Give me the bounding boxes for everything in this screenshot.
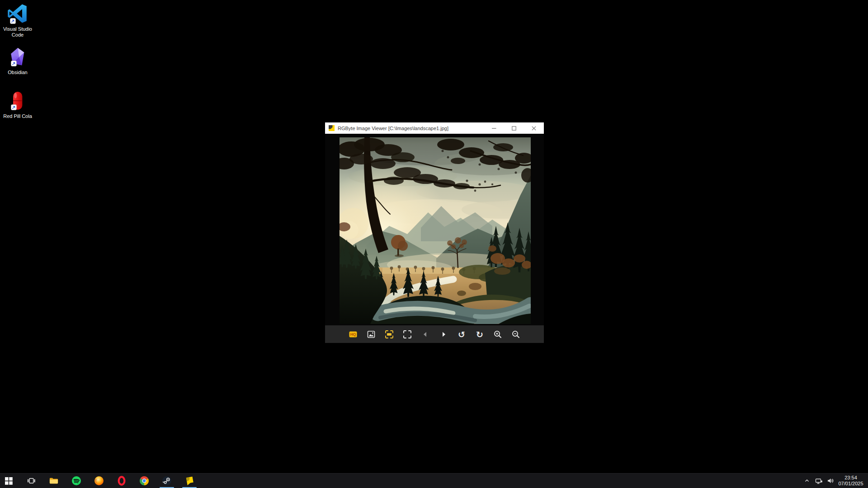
image-viewer-window: RGByte Image Viewer [C:\Images\landscape…: [325, 122, 544, 343]
minimize-button[interactable]: [484, 122, 504, 134]
desktop-icon-redpill[interactable]: Red Pill Cola: [0, 90, 35, 119]
zoom-in-button[interactable]: [492, 329, 503, 340]
desktop[interactable]: Visual Studio Code Obsidian: [0, 0, 868, 488]
rotate-ccw-icon: ↺: [458, 329, 465, 340]
task-view-icon: [27, 476, 36, 485]
taskbar-icon-firefox[interactable]: [90, 474, 108, 488]
system-tray: 23:54 07/01/2025: [801, 474, 868, 488]
maximize-button[interactable]: [504, 122, 524, 134]
file-explorer-icon: [49, 476, 59, 486]
viewer-toolbar: HQ: [325, 325, 544, 343]
taskbar: 23:54 07/01/2025: [0, 473, 868, 488]
start-button[interactable]: [0, 474, 17, 488]
desktop-icon-label: Visual Studio Code: [0, 26, 35, 38]
window-title: RGByte Image Viewer [C:\Images\landscape…: [338, 126, 484, 131]
taskbar-icon-steam[interactable]: [158, 474, 175, 488]
rotate-ccw-button[interactable]: ↺: [456, 329, 467, 340]
red-pill-icon: [7, 90, 28, 111]
shortcut-arrow-badge: [10, 18, 16, 26]
task-view-button[interactable]: [23, 474, 40, 488]
taskbar-icon-chrome[interactable]: [136, 474, 153, 488]
hidden-icons-chevron[interactable]: [801, 474, 813, 488]
shortcut-arrow-badge: [11, 104, 17, 112]
clock-date: 07/01/2025: [838, 481, 863, 486]
spotify-icon: [71, 475, 82, 486]
chrome-icon: [139, 475, 150, 486]
fit-to-window-button[interactable]: [384, 329, 395, 340]
vscode-icon: [6, 2, 29, 25]
windows-logo-icon: [5, 477, 13, 485]
taskbar-icon-spotify[interactable]: [68, 474, 85, 488]
landscape-photo: [340, 137, 531, 324]
steam-icon: [161, 475, 172, 486]
svg-text:HQ: HQ: [350, 332, 356, 337]
rotate-cw-icon: ↻: [476, 329, 483, 340]
desktop-icon-vscode[interactable]: Visual Studio Code: [0, 2, 35, 38]
taskbar-clock[interactable]: 23:54 07/01/2025: [836, 475, 868, 487]
image-preview-button[interactable]: [366, 329, 377, 340]
hq-toggle-button[interactable]: HQ: [348, 329, 359, 340]
desktop-icon-label: Red Pill Cola: [0, 113, 35, 119]
photo-container: [340, 137, 531, 324]
opera-icon: [116, 475, 127, 486]
previous-image-button[interactable]: [420, 329, 431, 340]
rgbyte-viewer-icon: [184, 475, 195, 486]
obsidian-icon: [7, 47, 28, 67]
shortcut-arrow-badge: [11, 60, 17, 68]
firefox-icon: [94, 475, 104, 486]
volume-icon[interactable]: [825, 474, 836, 488]
fullscreen-button[interactable]: [402, 329, 413, 340]
window-titlebar[interactable]: RGByte Image Viewer [C:\Images\landscape…: [325, 122, 544, 134]
next-image-button[interactable]: [438, 329, 449, 340]
clock-time: 23:54: [844, 475, 857, 480]
taskbar-icon-opera[interactable]: [113, 474, 130, 488]
network-icon[interactable]: [813, 474, 825, 488]
rgbyte-app-icon: [328, 125, 335, 131]
taskbar-icon-file-explorer[interactable]: [45, 474, 62, 488]
viewer-canvas[interactable]: [325, 134, 544, 325]
close-button[interactable]: [524, 122, 544, 134]
zoom-out-button[interactable]: [510, 329, 521, 340]
desktop-icon-label: Obsidian: [0, 70, 35, 75]
desktop-icon-obsidian[interactable]: Obsidian: [0, 47, 35, 75]
taskbar-icon-rgbyte-viewer[interactable]: [181, 474, 198, 488]
rotate-cw-button[interactable]: ↻: [474, 329, 485, 340]
